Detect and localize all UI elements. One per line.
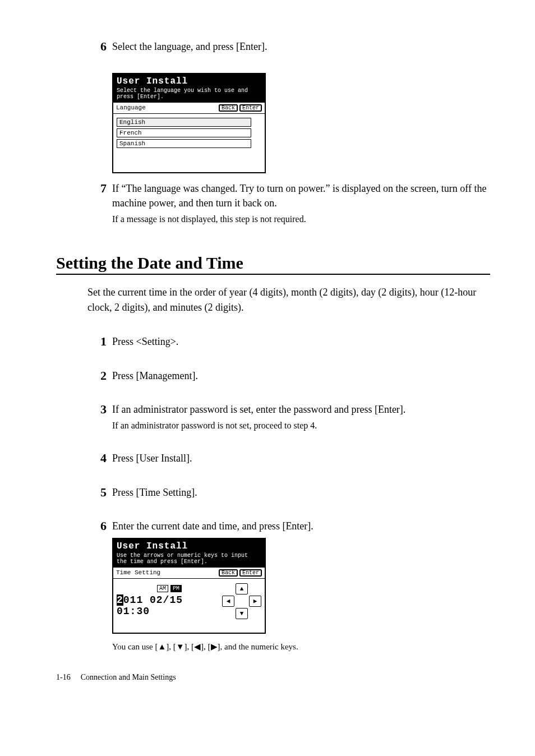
- language-option[interactable]: English: [117, 118, 251, 127]
- language-option[interactable]: French: [117, 128, 251, 137]
- step-number: 4: [91, 451, 107, 465]
- footer-page-number: 1-16: [56, 673, 71, 682]
- lcd-title: User Install: [117, 541, 261, 551]
- arrow-pad: ▲ ◀ ▶ ▼: [222, 583, 261, 619]
- back-button[interactable]: Back: [219, 104, 238, 112]
- step-text: Press [User Install].: [112, 451, 490, 465]
- lcd-field-label: Time Setting: [116, 569, 160, 576]
- enter-button[interactable]: Enter: [239, 104, 262, 112]
- step-text: Press <Setting>.: [112, 334, 490, 349]
- language-option[interactable]: Spanish: [117, 139, 251, 148]
- arrow-left-button[interactable]: ◀: [222, 596, 234, 607]
- step-number: 3: [91, 402, 107, 432]
- lcd-time-screen: User Install Use the arrows or numeric k…: [112, 538, 266, 633]
- step-text: Press [Time Setting].: [112, 485, 490, 500]
- step-text: Enter the current date and time, and pre…: [112, 519, 490, 533]
- time-cursor-digit: 2: [117, 594, 123, 606]
- step-note: If an administrator password is not set,…: [112, 419, 490, 432]
- step-number: 6: [91, 39, 107, 54]
- lcd-subtitle: Select the language you wish to use and …: [117, 87, 261, 100]
- step-number: 5: [91, 485, 107, 500]
- arrow-up-button[interactable]: ▲: [236, 583, 248, 594]
- step-number: 7: [91, 181, 107, 225]
- pm-toggle[interactable]: PM: [170, 585, 182, 592]
- step-text: If an administrator password is set, ent…: [112, 404, 405, 415]
- section-intro: Set the current time in the order of yea…: [87, 285, 490, 315]
- footer-chapter-title: Connection and Main Settings: [81, 673, 176, 682]
- am-toggle[interactable]: AM: [157, 585, 168, 592]
- step-note: If a message is not displayed, this step…: [112, 213, 490, 225]
- section-heading: Setting the Date and Time: [56, 253, 490, 273]
- lcd-field-label: Language: [116, 104, 146, 111]
- lcd-title: User Install: [117, 76, 261, 86]
- step-number: 1: [91, 334, 107, 349]
- enter-button[interactable]: Enter: [239, 569, 262, 577]
- section-rule: [56, 274, 490, 275]
- time-rest: 011 02/15 01:30: [117, 594, 183, 617]
- step-text: Select the language, and press [Enter].: [112, 39, 490, 54]
- time-readout: 2011 02/15 01:30: [117, 594, 222, 617]
- lcd-subtitle: Use the arrows or numeric keys to input …: [117, 552, 261, 565]
- step-number: 2: [91, 368, 107, 383]
- step-number: 6: [91, 519, 107, 533]
- arrow-down-button[interactable]: ▼: [236, 608, 248, 619]
- step-footnote: You can use [▲], [▼], [◀], [▶], and the …: [112, 642, 490, 652]
- arrow-right-button[interactable]: ▶: [249, 596, 261, 607]
- lcd-language-screen: User Install Select the language you wis…: [112, 73, 266, 173]
- step-text: If “The language was changed. Try to tur…: [112, 183, 487, 209]
- step-text: Press [Management].: [112, 368, 490, 383]
- back-button[interactable]: Back: [219, 569, 238, 577]
